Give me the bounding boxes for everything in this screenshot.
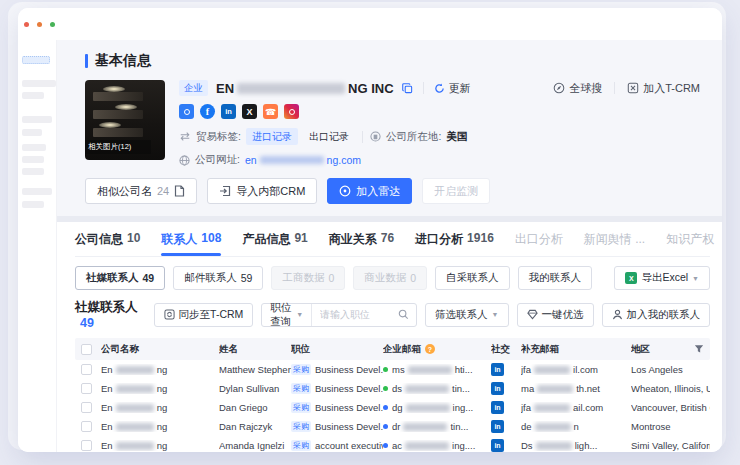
role-badge: 采购 xyxy=(291,364,311,375)
email-cell: mshti... xyxy=(383,364,491,375)
redacted-website xyxy=(260,156,324,164)
join-radar-button[interactable]: 加入雷达 xyxy=(327,178,412,204)
import-records-tag[interactable]: 进口记录 xyxy=(246,128,298,145)
tab[interactable]: 进口分析 1916 xyxy=(415,231,494,256)
document-icon xyxy=(174,185,185,197)
alt-prefix: de xyxy=(521,421,532,432)
linkedin-icon[interactable] xyxy=(491,363,504,376)
tab[interactable]: 产品信息 91 xyxy=(242,231,307,256)
linkedin-icon[interactable] xyxy=(491,382,504,395)
alt-prefix: jfa xyxy=(521,402,531,413)
tab[interactable]: 知识产权 xyxy=(666,231,714,256)
sidebar-skeleton-item xyxy=(22,156,44,163)
trade-tags-label: 贸易标签: xyxy=(196,130,241,144)
x-twitter-icon[interactable]: X xyxy=(242,104,257,119)
subtab-count: 0 xyxy=(410,272,416,284)
tab[interactable]: 新闻舆情 ... xyxy=(584,231,645,256)
tab[interactable]: 商业关系 76 xyxy=(329,231,394,256)
company-name: EN NG INC xyxy=(216,81,394,96)
sidebar-skeleton-item xyxy=(22,168,44,175)
linkedin-icon[interactable] xyxy=(491,420,504,433)
company-suffix: ng xyxy=(157,440,168,451)
select-all-checkbox[interactable] xyxy=(81,344,92,355)
tab-label: 联系人 xyxy=(161,231,197,248)
search-icon[interactable] xyxy=(398,309,409,320)
globe-icon xyxy=(179,155,190,166)
instagram-icon[interactable] xyxy=(284,104,299,119)
row-checkbox[interactable] xyxy=(81,421,92,432)
similar-companies-button[interactable]: 相似公司名 24 xyxy=(85,178,197,204)
tab[interactable]: 联系人 108 xyxy=(161,231,221,256)
tab[interactable]: 出口分析 xyxy=(515,231,563,256)
col-name: 姓名 xyxy=(219,343,291,356)
phone-icon[interactable]: ☎ xyxy=(263,104,278,119)
redacted-email xyxy=(405,442,449,450)
add-my-contacts-button[interactable]: 加入我的联系人 xyxy=(602,303,711,327)
company-basic-info-section: 基本信息 相关图片(12) 企业 EN xyxy=(57,40,722,216)
tab-label: 新闻舆情 ... xyxy=(584,231,645,248)
subtab-chip[interactable]: 邮件联系人 59 xyxy=(173,266,263,290)
redacted-company xyxy=(116,404,154,412)
global-search-button[interactable]: 全球搜 xyxy=(553,81,602,96)
company-prefix: En xyxy=(101,421,113,432)
company-website-link[interactable]: en ng.com xyxy=(245,154,361,166)
position-query-dropdown[interactable]: 职位查询 ▼ xyxy=(262,304,312,326)
position-search-input[interactable] xyxy=(312,309,398,320)
row-checkbox[interactable] xyxy=(81,364,92,375)
linkedin-icon[interactable] xyxy=(491,439,504,452)
company-photo-thumbnail[interactable]: 相关图片(12) xyxy=(85,80,165,160)
help-icon[interactable] xyxy=(425,344,435,354)
subtab-count: 0 xyxy=(328,272,334,284)
company-type-badge: 企业 xyxy=(179,80,208,96)
sync-tcrm-button[interactable]: 同步至T-CRM xyxy=(154,303,254,327)
subtab-chip[interactable]: 工商数据 0 xyxy=(271,266,345,290)
row-checkbox[interactable] xyxy=(81,440,92,451)
role-badge: 采购 xyxy=(291,421,311,432)
maximize-window-dot[interactable] xyxy=(50,22,55,27)
export-records-tag[interactable]: 出口记录 xyxy=(303,128,355,145)
list-count: 49 xyxy=(80,316,94,330)
table-row: Enng Dylan Sullivan 采购 Business Devel...… xyxy=(75,379,710,398)
region-text: Los Angeles xyxy=(631,364,710,375)
col-position: 职位 xyxy=(291,343,383,356)
start-monitoring-button[interactable]: 开启监测 xyxy=(422,178,490,204)
close-window-dot[interactable] xyxy=(24,22,29,27)
section-title-accent xyxy=(85,54,88,68)
email-suffix: tin... xyxy=(450,421,468,432)
copy-icon[interactable] xyxy=(402,83,413,94)
join-tcrm-button[interactable]: 加入T-CRM xyxy=(627,81,700,96)
redacted-company xyxy=(116,366,154,374)
subtab-chip[interactable]: 社媒联系人 49 xyxy=(75,266,165,290)
subtab-label: 商业数据 xyxy=(364,271,406,285)
gem-icon xyxy=(527,309,538,320)
email-prefix: ac xyxy=(392,440,402,451)
email-suffix: ing... xyxy=(453,402,474,413)
linkedin-icon[interactable]: in xyxy=(221,104,236,119)
social-blue-icon[interactable] xyxy=(179,104,194,119)
minimize-window-dot[interactable] xyxy=(37,22,42,27)
redacted-alt-email xyxy=(535,423,571,431)
row-checkbox[interactable] xyxy=(81,402,92,413)
tab[interactable]: 公司信息 10 xyxy=(75,231,140,256)
export-excel-button[interactable]: X 导出Excel ▼ xyxy=(614,266,710,290)
table-row: Enng Dan Rajczyk 采购 Business Devel... dr… xyxy=(75,417,710,436)
sidebar-skeleton-item xyxy=(22,116,52,123)
filter-funnel-icon[interactable] xyxy=(694,344,704,354)
similar-companies-count: 24 xyxy=(157,185,169,197)
facebook-icon[interactable]: f xyxy=(200,104,215,119)
subtab-chip[interactable]: 自采联系人 xyxy=(435,266,510,290)
alt-suffix: ligh... xyxy=(575,440,598,451)
row-checkbox[interactable] xyxy=(81,383,92,394)
linkedin-icon[interactable] xyxy=(491,401,504,414)
update-button[interactable]: 更新 xyxy=(434,81,471,96)
sync-icon xyxy=(164,309,175,320)
subtab-chip[interactable]: 我的联系人 xyxy=(518,266,593,290)
email-status-dot xyxy=(383,405,388,410)
one-click-optimize-button[interactable]: 一键优选 xyxy=(517,303,594,327)
subtab-chip[interactable]: 商业数据 0 xyxy=(353,266,427,290)
import-internal-crm-button[interactable]: 导入内部CRM xyxy=(207,178,317,204)
filter-contacts-dropdown[interactable]: 筛选联系人 ▼ xyxy=(425,303,508,327)
photo-count-caption: 相关图片(12) xyxy=(85,140,151,154)
table-header: 公司名称 姓名 职位 企业邮箱 社交 补充邮箱 地区 xyxy=(75,338,710,360)
tab-label: 知识产权 xyxy=(666,231,714,248)
